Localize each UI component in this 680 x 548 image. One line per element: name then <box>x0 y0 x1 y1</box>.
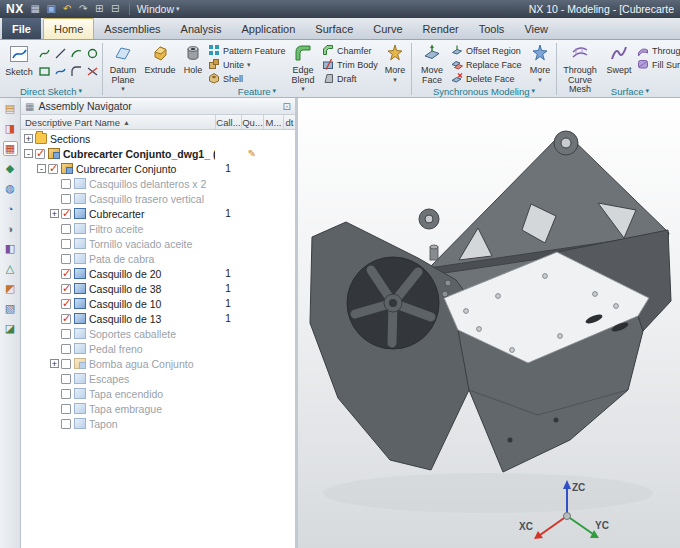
tree-row[interactable]: Tapa encendido <box>21 386 295 401</box>
replace-face-button[interactable]: Replace Face <box>451 58 525 71</box>
save-icon[interactable]: ▣ <box>45 3 58 15</box>
studio-spline-icon[interactable] <box>53 63 68 80</box>
collapse-icon[interactable]: - <box>24 149 33 158</box>
visibility-checkbox[interactable] <box>61 374 71 384</box>
visibility-checkbox[interactable] <box>61 194 71 204</box>
tree-row[interactable]: Tornillo vaciado aceite <box>21 236 295 251</box>
app-menu-icon[interactable]: ▦ <box>29 3 42 15</box>
viewport-canvas[interactable]: ZC XC YC <box>298 98 680 548</box>
tree-row[interactable]: Pedal freno <box>21 341 295 356</box>
pattern-feature-button[interactable]: Pattern Feature <box>208 44 284 57</box>
reuse-library-icon[interactable]: ◆ <box>3 161 18 176</box>
web-browser-icon[interactable]: ◔ <box>3 201 18 216</box>
tree-row[interactable]: Casquillo de 381 <box>21 281 295 296</box>
collapse-icon[interactable]: - <box>37 164 46 173</box>
visibility-checkbox[interactable] <box>61 224 71 234</box>
group-label-direct-sketch[interactable]: Direct Sketch▾ <box>2 85 100 97</box>
visibility-checkbox[interactable] <box>61 299 71 309</box>
visibility-checkbox[interactable] <box>61 179 71 189</box>
tab-tools[interactable]: Tools <box>469 18 515 39</box>
column-qty[interactable]: Qu... <box>241 115 263 129</box>
draft-button[interactable]: Draft <box>322 72 380 85</box>
tree-row[interactable]: Pata de cabra <box>21 251 295 266</box>
offset-region-button[interactable]: Offset Region <box>451 44 525 57</box>
tree-row[interactable]: Casquillo de 201 <box>21 266 295 281</box>
tab-assemblies[interactable]: Assemblies <box>94 18 170 39</box>
move-face-button[interactable]: Move Face <box>414 42 450 85</box>
through-curves-button[interactable]: Through Cu <box>637 44 680 57</box>
window-cascade-icon[interactable]: ⊟ <box>109 3 122 15</box>
materials-icon[interactable]: ◪ <box>3 321 18 336</box>
visibility-checkbox[interactable] <box>61 359 71 369</box>
tab-view[interactable]: View <box>514 18 558 39</box>
tree-row[interactable]: +Cubrecarter1 <box>21 206 295 221</box>
delete-face-button[interactable]: Delete Face <box>451 72 525 85</box>
tree-row[interactable]: -Cubrecarter Conjunto1 <box>21 161 295 176</box>
graphics-viewport[interactable]: ZC XC YC <box>298 98 680 548</box>
tree-row[interactable]: +Bomba agua Conjunto <box>21 356 295 371</box>
visibility-checkbox[interactable] <box>61 419 71 429</box>
tree-row[interactable]: +Sections <box>21 131 295 146</box>
part-navigator-icon[interactable]: ▤ <box>3 101 18 116</box>
extrude-button[interactable]: Extrude <box>142 42 178 76</box>
tree-row[interactable]: Soportes caballete <box>21 326 295 341</box>
group-label-synchronous-modeling[interactable]: Synchronous Modeling▾ <box>414 85 554 97</box>
system-scenes-icon[interactable]: ▧ <box>3 301 18 316</box>
expand-icon[interactable]: + <box>50 359 59 368</box>
tab-home[interactable]: Home <box>43 18 94 39</box>
history-icon[interactable]: ◑ <box>3 221 18 236</box>
manufacturing-wizard-icon[interactable]: △ <box>3 261 18 276</box>
panel-options-icon[interactable]: ⊡ <box>283 101 291 112</box>
column-descriptive-part-name[interactable]: Descriptive Part Name ▲ <box>21 117 215 128</box>
hd3d-tools-icon[interactable]: ◍ <box>3 181 18 196</box>
tree-row[interactable]: Escapes <box>21 371 295 386</box>
rectangle-icon[interactable] <box>37 63 52 80</box>
synchronous-more-button[interactable]: More▾ <box>526 42 554 83</box>
visibility-checkbox[interactable] <box>61 389 71 399</box>
fill-surface-button[interactable]: Fill Surface <box>637 58 680 71</box>
tab-surface[interactable]: Surface <box>305 18 363 39</box>
expand-icon[interactable]: + <box>24 134 33 143</box>
visibility-checkbox[interactable] <box>61 209 71 219</box>
tab-curve[interactable]: Curve <box>363 18 412 39</box>
tree-row[interactable]: Casquillo de 101 <box>21 296 295 311</box>
sketch-button[interactable]: Sketch <box>2 42 36 78</box>
unite-button[interactable]: Unite▾ <box>208 58 284 71</box>
tree-row[interactable]: Casquillo de 131 <box>21 311 295 326</box>
quick-trim-icon[interactable] <box>85 63 100 80</box>
assembly-navigator-icon[interactable]: ▦ <box>3 141 18 156</box>
undo-icon[interactable]: ↶ <box>61 3 74 15</box>
visibility-checkbox[interactable] <box>61 404 71 414</box>
group-label-surface[interactable]: Surface▾ <box>559 85 680 97</box>
visibility-checkbox[interactable] <box>61 284 71 294</box>
tree-row[interactable]: Casquillos delanteros x 2 <box>21 176 295 191</box>
visibility-checkbox[interactable] <box>61 239 71 249</box>
arc-icon[interactable] <box>69 45 84 62</box>
fillet-icon[interactable] <box>69 63 84 80</box>
chamfer-button[interactable]: Chamfer <box>322 44 380 57</box>
column-count[interactable]: Call... <box>215 115 241 129</box>
tree-row[interactable]: Tapa embrague <box>21 401 295 416</box>
visibility-checkbox[interactable] <box>61 314 71 324</box>
tree-row[interactable]: Filtro aceite <box>21 221 295 236</box>
tree-row[interactable]: Casquillo trasero vertical <box>21 191 295 206</box>
feature-more-button[interactable]: More▾ <box>381 42 409 83</box>
profile-icon[interactable] <box>37 45 52 62</box>
swept-button[interactable]: Swept <box>602 42 636 76</box>
visibility-checkbox[interactable] <box>61 254 71 264</box>
tab-file[interactable]: File <box>2 18 41 39</box>
tab-analysis[interactable]: Analysis <box>171 18 232 39</box>
visibility-checkbox[interactable] <box>61 329 71 339</box>
visibility-checkbox[interactable] <box>48 164 58 174</box>
tree-row[interactable]: Tapon <box>21 416 295 431</box>
column-extra[interactable]: dt <box>283 115 295 129</box>
column-modified[interactable]: M... <box>263 115 283 129</box>
circle-icon[interactable] <box>85 45 100 62</box>
window-tile-icon[interactable]: ⊞ <box>93 3 106 15</box>
tab-application[interactable]: Application <box>232 18 306 39</box>
constraint-navigator-icon[interactable]: ◨ <box>3 121 18 136</box>
process-studio-icon[interactable]: ◧ <box>3 241 18 256</box>
group-label-feature[interactable]: Feature▾ <box>105 85 409 97</box>
shell-button[interactable]: Shell <box>208 72 284 85</box>
trim-body-button[interactable]: Trim Body <box>322 58 380 71</box>
